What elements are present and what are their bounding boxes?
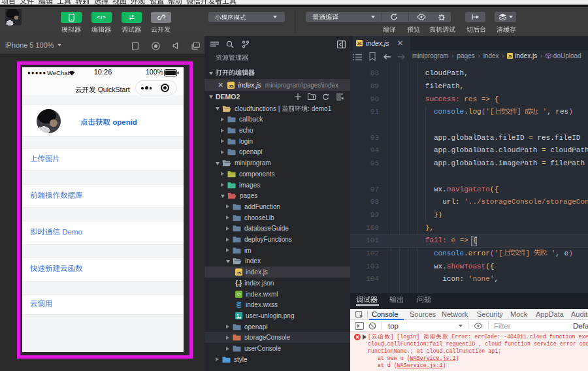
svg-text:JS: JS bbox=[357, 42, 362, 46]
svg-text:JS: JS bbox=[229, 83, 234, 88]
svg-text:JS: JS bbox=[237, 270, 242, 275]
svg-text:JS: JS bbox=[508, 54, 513, 58]
